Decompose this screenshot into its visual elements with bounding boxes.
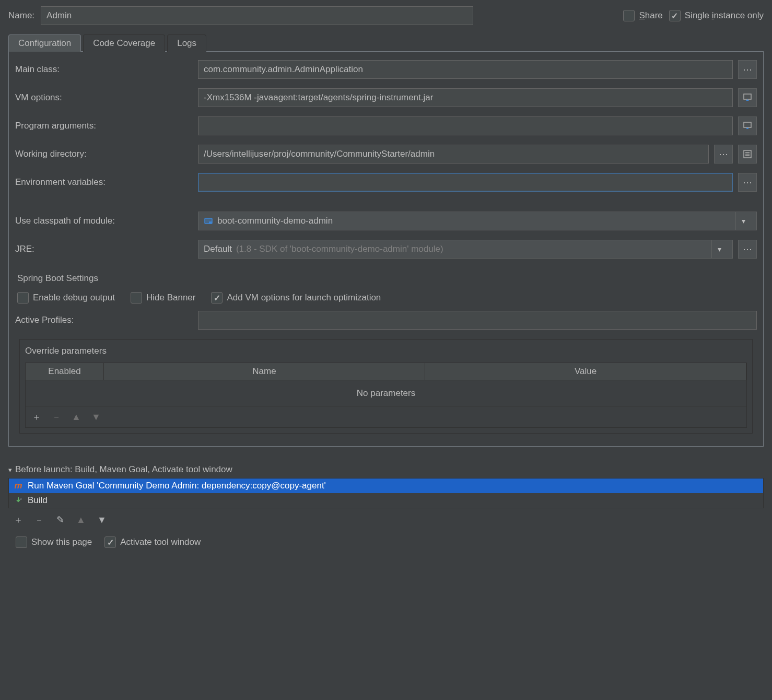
browse-env-vars-button[interactable] (738, 173, 757, 192)
collapse-icon (8, 464, 12, 475)
browse-main-class-button[interactable] (738, 60, 757, 79)
active-profiles-input[interactable] (198, 311, 757, 330)
checkbox-icon (669, 10, 681, 21)
chevron-down-icon (711, 240, 727, 258)
single-instance-label: Single instance only (685, 10, 764, 21)
show-this-page-checkbox[interactable]: Show this page (16, 536, 92, 548)
checkbox-icon (131, 292, 142, 304)
edit-task-button[interactable]: ✎ (54, 514, 66, 526)
before-launch-header[interactable]: Before launch: Build, Maven Goal, Activa… (8, 464, 764, 478)
add-task-button[interactable]: ＋ (13, 514, 24, 526)
col-enabled: Enabled (26, 363, 104, 380)
working-dir-macros-button[interactable] (738, 145, 757, 164)
remove-param-button: － (51, 411, 62, 423)
move-task-up-button: ▲ (75, 515, 87, 526)
svg-rect-0 (744, 94, 751, 99)
checkbox-icon (104, 536, 116, 548)
override-table-header: Enabled Name Value (25, 363, 747, 380)
name-input[interactable] (41, 6, 473, 25)
before-launch-item-build[interactable]: 01 Build (9, 493, 763, 508)
env-vars-label: Environment variables: (15, 177, 193, 188)
classpath-module-value: boot-community-demo-admin (217, 216, 333, 226)
hide-banner-label: Hide Banner (146, 293, 196, 303)
svg-rect-8 (209, 221, 212, 224)
checkbox-icon (211, 292, 223, 304)
share-checkbox[interactable]: Share (623, 10, 662, 21)
svg-rect-1 (744, 122, 751, 127)
jre-select[interactable]: Default (1.8 - SDK of 'boot-community-de… (198, 240, 733, 259)
move-up-button: ▲ (71, 412, 82, 423)
show-page-label: Show this page (31, 537, 92, 547)
checkbox-icon (16, 536, 27, 548)
classpath-module-select[interactable]: boot-community-demo-admin (198, 212, 757, 230)
active-profiles-label: Active Profiles: (15, 315, 193, 325)
add-vm-label: Add VM options for launch optimization (227, 293, 381, 303)
browse-jre-button[interactable] (738, 240, 757, 259)
tab-logs[interactable]: Logs (167, 34, 206, 52)
configuration-panel: Main class: VM options: Program argument… (8, 51, 764, 447)
activate-tool-window-checkbox[interactable]: Activate tool window (104, 536, 201, 548)
name-label: Name: (8, 10, 34, 21)
col-value: Value (425, 363, 746, 380)
enable-debug-label: Enable debug output (33, 293, 115, 303)
spring-boot-section-title: Spring Boot Settings (15, 273, 757, 284)
before-launch-title: Before launch: Build, Maven Goal, Activa… (15, 464, 232, 475)
maven-icon: m (13, 481, 24, 491)
override-parameters-box: Override parameters Enabled Name Value N… (19, 339, 753, 434)
working-dir-input[interactable] (198, 145, 709, 164)
main-class-input[interactable] (198, 60, 733, 79)
checkbox-icon (623, 10, 635, 21)
jre-label: JRE: (15, 244, 193, 254)
vm-options-input[interactable] (198, 88, 733, 107)
chevron-down-icon (735, 212, 751, 230)
checkbox-icon (17, 292, 29, 304)
expand-program-args-button[interactable] (738, 116, 757, 135)
activate-tool-label: Activate tool window (120, 537, 201, 547)
before-launch-list: m Run Maven Goal 'Community Demo Admin: … (8, 478, 764, 508)
col-name: Name (104, 363, 425, 380)
override-title: Override parameters (25, 346, 747, 356)
share-label: Share (639, 10, 662, 21)
vm-options-label: VM options: (15, 92, 193, 103)
program-args-label: Program arguments: (15, 121, 193, 131)
tab-configuration[interactable]: Configuration (8, 34, 81, 52)
before-launch-item-maven[interactable]: m Run Maven Goal 'Community Demo Admin: … (9, 479, 763, 493)
add-vm-optimization-checkbox[interactable]: Add VM options for launch optimization (211, 292, 381, 304)
browse-working-dir-button[interactable] (714, 145, 733, 164)
add-param-button[interactable]: ＋ (31, 411, 42, 423)
hide-banner-checkbox[interactable]: Hide Banner (131, 292, 196, 304)
single-instance-checkbox[interactable]: Single instance only (669, 10, 764, 21)
move-down-button: ▼ (90, 412, 102, 423)
override-toolbar: ＋ － ▲ ▼ (25, 406, 747, 428)
tab-code-coverage[interactable]: Code Coverage (83, 34, 165, 52)
expand-vm-options-button[interactable] (738, 88, 757, 107)
module-icon (204, 216, 213, 226)
move-task-down-button[interactable]: ▼ (96, 515, 108, 526)
env-vars-input[interactable] (198, 173, 733, 192)
no-parameters-text: No parameters (357, 388, 415, 399)
enable-debug-checkbox[interactable]: Enable debug output (17, 292, 115, 304)
before-launch-section: Before launch: Build, Maven Goal, Activa… (8, 464, 764, 548)
main-class-label: Main class: (15, 64, 193, 75)
program-args-input[interactable] (198, 116, 733, 135)
tabs: Configuration Code Coverage Logs (8, 34, 764, 52)
before-launch-toolbar: ＋ － ✎ ▲ ▼ (8, 508, 764, 533)
working-dir-label: Working directory: (15, 149, 193, 159)
jre-value: Default (204, 244, 232, 254)
classpath-label: Use classpath of module: (15, 216, 193, 226)
build-icon: 01 (13, 497, 24, 504)
jre-hint: (1.8 - SDK of 'boot-community-demo-admin… (236, 244, 443, 254)
svg-text:01: 01 (20, 497, 22, 500)
maven-goal-text: Run Maven Goal 'Community Demo Admin: de… (28, 481, 326, 491)
build-text: Build (28, 495, 48, 506)
remove-task-button[interactable]: － (33, 514, 45, 526)
override-table-body: No parameters (25, 380, 747, 406)
